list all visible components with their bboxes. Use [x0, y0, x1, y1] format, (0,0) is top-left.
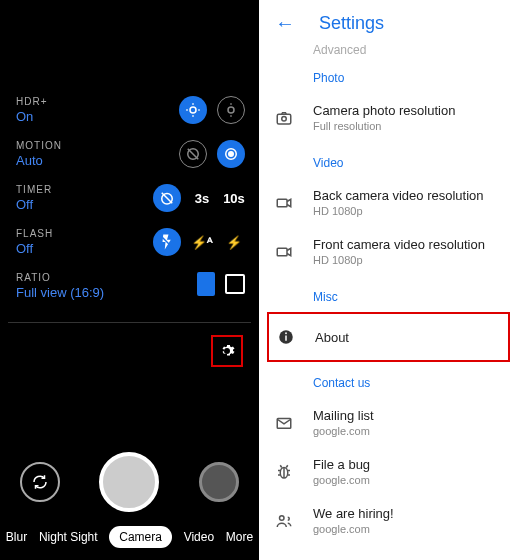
item-sub: HD 1080p — [313, 254, 502, 266]
section-misc: Misc — [259, 276, 518, 312]
filter-button[interactable] — [199, 462, 239, 502]
timer-label: TIMER — [16, 184, 52, 195]
ratio-label: RATIO — [16, 272, 104, 283]
svg-point-15 — [280, 515, 285, 520]
camera-icon — [275, 109, 293, 127]
hdr-on-icon[interactable] — [179, 96, 207, 124]
svg-rect-9 — [277, 248, 287, 256]
ratio-row: RATIOFull view (16:9) — [8, 272, 251, 316]
timer-10s[interactable]: 10s — [223, 191, 245, 206]
item-sub: HD 1080p — [313, 205, 502, 217]
hdr-enhanced-icon[interactable] — [217, 96, 245, 124]
flash-label: FLASH — [16, 228, 53, 239]
mode-night[interactable]: Night Sight — [39, 530, 98, 544]
prev-item[interactable]: Advanced — [259, 43, 518, 57]
item-title: Back camera video resolution — [313, 188, 502, 203]
people-icon — [275, 512, 293, 530]
ratio-square-icon[interactable] — [225, 274, 245, 294]
settings-header: ← Settings — [259, 0, 518, 47]
svg-point-0 — [190, 107, 196, 113]
hiring-item[interactable]: We are hiring!google.com — [259, 496, 518, 545]
flash-on[interactable]: ⚡ — [223, 235, 245, 250]
timer-value: Off — [16, 197, 52, 212]
svg-rect-6 — [277, 114, 291, 124]
item-sub: google.com — [313, 425, 502, 437]
about-item[interactable]: About — [269, 314, 508, 360]
photo-resolution-item[interactable]: Camera photo resolutionFull resolution — [259, 93, 518, 142]
item-title: File a bug — [313, 457, 502, 472]
settings-app: ← Settings Advanced Photo Camera photo r… — [259, 0, 518, 560]
timer-row: TIMEROff 3s 10s — [8, 184, 251, 228]
motion-label: MOTION — [16, 140, 62, 151]
front-video-item[interactable]: Front camera video resolutionHD 1080p — [259, 227, 518, 276]
svg-rect-8 — [277, 199, 287, 207]
timer-off-icon[interactable] — [153, 184, 181, 212]
flash-row: FLASHOff ⚡ᴬ ⚡ — [8, 228, 251, 272]
switch-camera-button[interactable] — [20, 462, 60, 502]
motion-off-icon[interactable] — [179, 140, 207, 168]
shutter-button[interactable] — [99, 452, 159, 512]
info-icon — [277, 328, 295, 346]
item-sub: Full resolution — [313, 120, 502, 132]
mailing-list-item[interactable]: Mailing listgoogle.com — [259, 398, 518, 447]
svg-point-1 — [228, 107, 234, 113]
item-title: About — [315, 330, 500, 345]
camera-app: HDR+On MOTIONAuto TIMEROff 3s 10s FLASHO… — [0, 0, 259, 560]
motion-row: MOTIONAuto — [8, 140, 251, 184]
mode-selector: Blur Night Sight Camera Video More — [0, 526, 259, 548]
item-title: Mailing list — [313, 408, 502, 423]
settings-title: Settings — [319, 13, 384, 34]
about-highlight: About — [267, 312, 510, 362]
item-title: We are hiring! — [313, 506, 502, 521]
item-sub: google.com — [313, 523, 502, 535]
ratio-full-icon[interactable] — [197, 272, 215, 296]
file-bug-item[interactable]: File a buggoogle.com — [259, 447, 518, 496]
item-title: Front camera video resolution — [313, 237, 502, 252]
item-sub: google.com — [313, 474, 502, 486]
section-photo: Photo — [259, 57, 518, 93]
settings-button[interactable] — [211, 335, 243, 367]
timer-3s[interactable]: 3s — [191, 191, 213, 206]
motion-value: Auto — [16, 153, 62, 168]
camera-settings-panel: HDR+On MOTIONAuto TIMEROff 3s 10s FLASHO… — [8, 96, 251, 373]
section-contact: Contact us — [259, 362, 518, 398]
hdr-value: On — [16, 109, 48, 124]
mode-camera[interactable]: Camera — [109, 526, 172, 548]
bug-icon — [275, 463, 293, 481]
item-title: Camera photo resolution — [313, 103, 502, 118]
mode-blur[interactable]: Blur — [6, 530, 27, 544]
mail-icon — [275, 414, 293, 432]
hdr-label: HDR+ — [16, 96, 48, 107]
mode-more[interactable]: More — [226, 530, 253, 544]
mode-video[interactable]: Video — [184, 530, 214, 544]
svg-point-7 — [282, 116, 287, 121]
back-button[interactable]: ← — [275, 12, 295, 35]
svg-point-4 — [229, 152, 234, 157]
ratio-value: Full view (16:9) — [16, 285, 104, 300]
motion-auto-icon[interactable] — [217, 140, 245, 168]
video-icon — [275, 243, 293, 261]
video-icon — [275, 194, 293, 212]
hdr-row: HDR+On — [8, 96, 251, 140]
back-video-item[interactable]: Back camera video resolutionHD 1080p — [259, 178, 518, 227]
flash-auto[interactable]: ⚡ᴬ — [191, 235, 213, 250]
section-video: Video — [259, 142, 518, 178]
camera-controls — [0, 452, 259, 512]
flash-value: Off — [16, 241, 53, 256]
svg-rect-11 — [285, 336, 287, 341]
flash-off-icon[interactable] — [153, 228, 181, 256]
svg-point-12 — [285, 332, 287, 334]
divider — [8, 322, 251, 323]
